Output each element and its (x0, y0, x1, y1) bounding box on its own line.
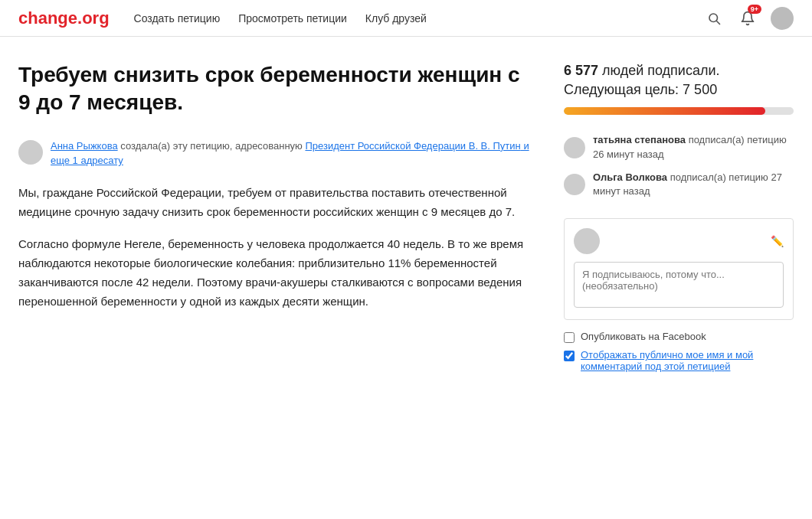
signer-action-2: подписал(а) петицию (670, 171, 768, 183)
svg-point-0 (709, 14, 718, 22)
comment-section: ✏️ (564, 218, 794, 320)
author-avatar (18, 140, 43, 165)
body-paragraph-1: Мы, граждане Российской Федерации, требу… (18, 184, 533, 222)
public-checkbox-label: Отображать публично мое имя и мой коммен… (581, 349, 794, 372)
recent-signers: татьяна степанова подписал(а) петицию 26… (564, 129, 794, 203)
author-section: Анна Рыжкова создала(а) эту петицию, адр… (18, 139, 533, 168)
facebook-checkbox-row: Опубликовать на Facebook (564, 331, 794, 343)
signer-time-1: 26 минут назад (593, 149, 664, 160)
user-avatar[interactable] (771, 7, 794, 30)
main-nav: Создать петицию Просмотреть петиции Клуб… (134, 12, 679, 24)
search-icon[interactable] (703, 8, 725, 29)
comment-header: ✏️ (574, 228, 784, 254)
svg-line-1 (717, 21, 720, 24)
public-checkbox[interactable] (564, 351, 575, 361)
signer-row-2: Ольга Волкова подписал(а) петицию 27 мин… (564, 166, 794, 203)
petition-title: Требуем снизить срок беременности женщин… (18, 61, 533, 117)
main-content: Требуем снизить срок беременности женщин… (0, 37, 812, 397)
progress-bar (564, 107, 794, 115)
nav-friends-club[interactable]: Клуб друзей (365, 12, 427, 24)
author-text: Анна Рыжкова создала(а) эту петицию, адр… (51, 139, 533, 168)
signatures-number: 6 577 (564, 63, 598, 78)
public-checkbox-text: Отображать публично мое имя и мой коммен… (581, 349, 753, 372)
signer-avatar-2 (564, 174, 585, 195)
notifications-icon[interactable]: 9+ (737, 8, 758, 29)
facebook-checkbox[interactable] (564, 332, 575, 343)
nav-create-petition[interactable]: Создать петицию (134, 12, 221, 24)
edit-icon[interactable]: ✏️ (771, 235, 784, 247)
addressee-link[interactable]: Президент Российской Федерации В. В. Пут… (305, 140, 520, 152)
petition-body: Мы, граждане Российской Федерации, требу… (18, 184, 533, 312)
signatures-info: 6 577 людей подписали. Следующая цель: 7… (564, 61, 794, 100)
facebook-checkbox-label: Опубликовать на Facebook (581, 331, 706, 342)
header-icons: 9+ (703, 7, 794, 30)
signer-text-1: татьяна степанова подписал(а) петицию 26… (593, 133, 794, 161)
signer-name-2: Ольга Волкова (593, 171, 667, 183)
signatures-label: людей подписали. (602, 63, 719, 78)
right-column: 6 577 людей подписали. Следующая цель: 7… (564, 61, 794, 378)
notification-badge: 9+ (748, 5, 761, 14)
signer-row: татьяна степанова подписал(а) петицию 26… (564, 129, 794, 165)
public-checkbox-row: Отображать публично мое имя и мой коммен… (564, 349, 794, 372)
signer-avatar-1 (564, 137, 585, 158)
logo[interactable]: change.org (18, 8, 110, 28)
body-paragraph-2: Согласно формуле Негеле, беременность у … (18, 235, 533, 311)
author-name-link[interactable]: Анна Рыжкова (51, 140, 118, 152)
header: change.org Создать петицию Просмотреть п… (0, 0, 812, 37)
author-text-middle: создала(а) эту петицию, адресованную (118, 140, 306, 152)
comment-avatar (574, 228, 600, 254)
signer-action-1: подписал(а) петицию (689, 134, 787, 145)
nav-view-petitions[interactable]: Просмотреть петиции (238, 12, 347, 24)
signer-text-2: Ольга Волкова подписал(а) петицию 27 мин… (593, 171, 794, 198)
signer-name-1: татьяна степанова (593, 134, 686, 145)
progress-bar-fill (564, 107, 765, 115)
next-goal-label: Следующая цель: (564, 82, 679, 97)
comment-input[interactable] (574, 262, 784, 308)
left-column: Требуем снизить срок беременности женщин… (18, 61, 533, 378)
next-goal-value: 7 500 (683, 82, 717, 97)
